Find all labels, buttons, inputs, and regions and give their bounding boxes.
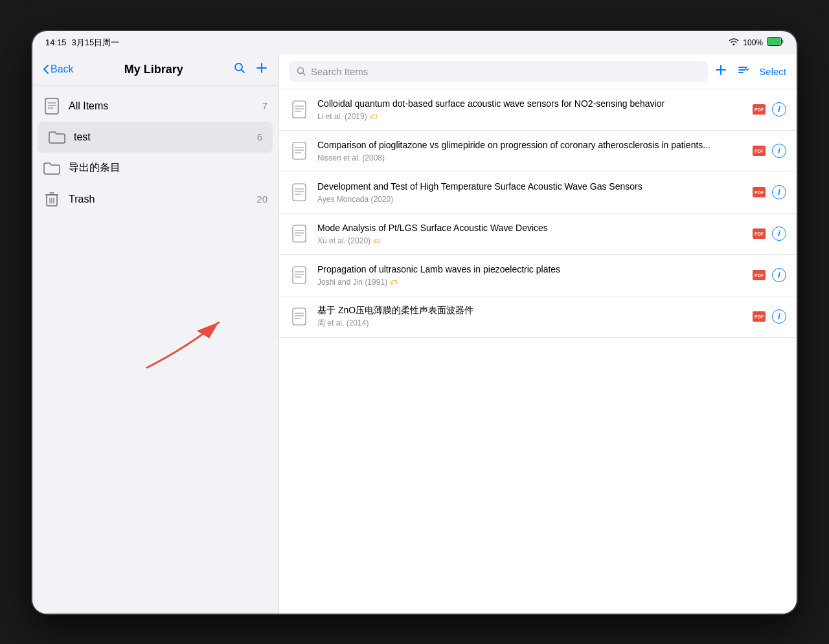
items-list: Colloidal quantum dot-based surface acou… bbox=[278, 89, 797, 614]
back-label: Back bbox=[51, 63, 74, 75]
all-items-label: All Items bbox=[69, 100, 255, 112]
folder-icon-test bbox=[48, 128, 66, 146]
item-content-4: Mode Analysis of Pt/LGS Surface Acoustic… bbox=[317, 222, 745, 245]
add-item-button[interactable] bbox=[715, 64, 727, 79]
doc-icon-3 bbox=[289, 180, 310, 205]
sidebar-back-area: Back bbox=[43, 63, 74, 75]
time: 14:15 bbox=[45, 38, 67, 47]
item-actions-3: PDF i bbox=[753, 185, 786, 199]
svg-rect-23 bbox=[293, 101, 306, 118]
item-actions-6: PDF i bbox=[753, 309, 786, 324]
info-icon-1[interactable]: i bbox=[772, 102, 786, 117]
item-row[interactable]: Comparison of pioglitazone vs glimepirid… bbox=[278, 131, 797, 172]
item-content-6: 基于 ZnO压电薄膜的柔性声表面波器件 周 et al. (2014) bbox=[317, 304, 745, 329]
svg-line-4 bbox=[242, 69, 245, 72]
info-icon-4[interactable]: i bbox=[772, 227, 786, 241]
svg-rect-43 bbox=[293, 308, 306, 325]
sidebar-header-icons bbox=[234, 62, 267, 77]
item-row[interactable]: Colloidal quantum dot-based surface acou… bbox=[278, 89, 797, 131]
svg-rect-39 bbox=[293, 267, 306, 283]
item-title-1: Colloidal quantum dot-based surface acou… bbox=[317, 98, 745, 109]
status-bar-right: 100% bbox=[729, 37, 784, 48]
search-button[interactable] bbox=[234, 62, 245, 77]
status-bar-left: 14:15 3月15日周一 bbox=[45, 37, 119, 49]
test-count: 6 bbox=[257, 131, 262, 142]
date: 3月15日周一 bbox=[72, 37, 120, 49]
main-header: Search Items bbox=[278, 54, 797, 89]
sidebar-list: All Items 7 test 6 bbox=[32, 85, 278, 601]
pdf-icon-1: PDF bbox=[753, 104, 766, 115]
sidebar-item-test[interactable]: test 6 bbox=[38, 122, 273, 153]
trash-label: Trash bbox=[69, 194, 249, 205]
item-title-4: Mode Analysis of Pt/LGS Surface Acoustic… bbox=[317, 222, 745, 234]
info-icon-3[interactable]: i bbox=[772, 185, 786, 199]
sidebar-title: My Library bbox=[84, 63, 223, 76]
pdf-icon-4: PDF bbox=[753, 228, 766, 239]
sidebar-header: Back My Library bbox=[32, 54, 278, 85]
battery-label: 100% bbox=[743, 38, 763, 47]
trash-icon bbox=[43, 190, 61, 208]
item-content-1: Colloidal quantum dot-based surface acou… bbox=[317, 98, 745, 120]
pdf-icon-3: PDF bbox=[753, 187, 766, 197]
pdf-icon-6: PDF bbox=[753, 311, 766, 322]
item-actions-1: PDF i bbox=[753, 102, 786, 117]
item-title-5: Propagation of ultrasonic Lamb waves in … bbox=[317, 263, 745, 275]
item-actions-2: PDF i bbox=[753, 144, 786, 158]
svg-rect-27 bbox=[293, 142, 306, 159]
item-content-3: Development and Test of High Temperature… bbox=[317, 181, 745, 203]
wifi-icon bbox=[729, 38, 739, 47]
doc-icon-2 bbox=[289, 139, 310, 163]
sort-button[interactable] bbox=[737, 64, 749, 79]
select-button[interactable]: Select bbox=[759, 66, 786, 77]
back-button[interactable]: Back bbox=[43, 63, 74, 75]
item-row[interactable]: Development and Test of High Temperature… bbox=[278, 172, 797, 214]
info-icon-2[interactable]: i bbox=[772, 144, 786, 158]
test-label: test bbox=[74, 131, 249, 143]
document-icon bbox=[43, 97, 61, 115]
main-header-icons: Select bbox=[715, 64, 786, 79]
item-actions-4: PDF i bbox=[753, 227, 786, 241]
doc-icon-5 bbox=[289, 263, 310, 287]
doc-icon-1 bbox=[289, 97, 310, 122]
trash-count: 20 bbox=[256, 194, 267, 205]
item-title-6: 基于 ZnO压电薄膜的柔性声表面波器件 bbox=[317, 304, 745, 316]
sidebar-item-trash[interactable]: Trash 20 bbox=[32, 184, 278, 215]
svg-rect-35 bbox=[293, 225, 306, 242]
item-content-5: Propagation of ultrasonic Lamb waves in … bbox=[317, 263, 745, 286]
status-bar: 14:15 3月15日周一 100% bbox=[32, 31, 797, 54]
item-actions-5: PDF i bbox=[753, 268, 786, 282]
app-container: Back My Library bbox=[32, 54, 797, 614]
item-subtitle-1: Li et al. (2019) 🏷 bbox=[317, 112, 745, 121]
search-bar[interactable]: Search Items bbox=[289, 61, 709, 82]
item-subtitle-5: Joshi and Jin (1991) 🏷 bbox=[317, 278, 745, 287]
svg-rect-1 bbox=[768, 38, 781, 45]
item-row[interactable]: Propagation of ultrasonic Lamb waves in … bbox=[278, 255, 797, 296]
info-icon-6[interactable]: i bbox=[772, 309, 786, 324]
all-items-count: 7 bbox=[262, 100, 267, 111]
pdf-icon-2: PDF bbox=[753, 146, 766, 156]
item-subtitle-4: Xu et al. (2020) 🏷 bbox=[317, 236, 745, 245]
pdf-icon-5: PDF bbox=[753, 270, 766, 280]
item-row[interactable]: Mode Analysis of Pt/LGS Surface Acoustic… bbox=[278, 214, 797, 255]
folder-icon-exported bbox=[43, 159, 61, 177]
item-row[interactable]: 基于 ZnO压电薄膜的柔性声表面波器件 周 et al. (2014) PDF … bbox=[278, 296, 797, 338]
info-icon-5[interactable]: i bbox=[772, 268, 786, 282]
main-content: Search Items bbox=[278, 54, 797, 614]
svg-rect-7 bbox=[45, 98, 58, 114]
sidebar-item-all-items[interactable]: All Items 7 bbox=[32, 91, 278, 122]
search-icon bbox=[297, 67, 306, 76]
search-placeholder: Search Items bbox=[311, 66, 368, 77]
item-content-2: Comparison of pioglitazone vs glimepirid… bbox=[317, 139, 745, 162]
sidebar-item-exported[interactable]: 导出的条目 bbox=[32, 153, 278, 184]
exported-label: 导出的条目 bbox=[69, 161, 267, 175]
item-subtitle-6: 周 et al. (2014) bbox=[317, 318, 745, 329]
tag-icon-5: 🏷 bbox=[390, 278, 397, 286]
item-title-2: Comparison of pioglitazone vs glimepirid… bbox=[317, 139, 745, 151]
add-button[interactable] bbox=[256, 62, 267, 77]
item-subtitle-3: Ayes Moncada (2020) bbox=[317, 195, 745, 204]
sidebar-footer bbox=[32, 601, 278, 614]
item-subtitle-2: Nissen et al. (2008) bbox=[317, 153, 745, 162]
tag-icon-4: 🏷 bbox=[373, 237, 380, 245]
svg-rect-31 bbox=[293, 184, 306, 201]
doc-icon-6 bbox=[289, 304, 310, 329]
